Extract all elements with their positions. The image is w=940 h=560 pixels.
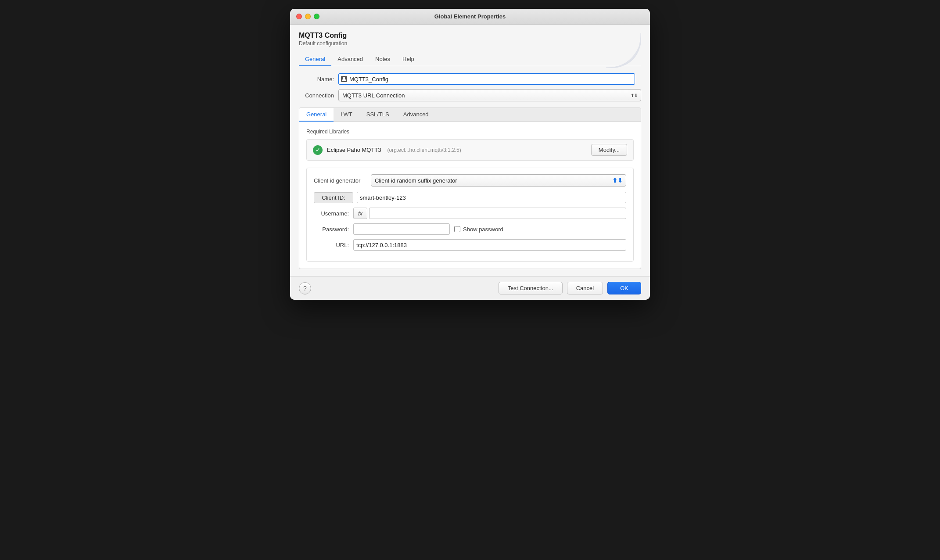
ok-button[interactable]: OK — [607, 282, 641, 294]
library-row: ✓ Eclipse Paho MQTT3 (org.ecl...ho.clien… — [306, 139, 634, 161]
help-button[interactable]: ? — [299, 282, 311, 294]
footer-right: Test Connection... Cancel OK — [499, 282, 641, 294]
client-id-generator-row: Client id generator Client id random suf… — [314, 174, 626, 187]
show-password-checkbox[interactable] — [454, 226, 460, 232]
inner-tab-advanced[interactable]: Advanced — [396, 108, 436, 122]
titlebar: Global Element Properties — [290, 9, 650, 25]
url-row: URL: — [314, 239, 626, 251]
config-subtitle: Default configuration — [299, 40, 347, 47]
library-name: Eclipse Paho MQTT3 — [327, 147, 381, 153]
svg-rect-1 — [343, 77, 345, 80]
username-row: Username: fx — [314, 208, 626, 219]
password-label: Password: — [314, 226, 353, 233]
name-label: Name: — [299, 76, 338, 83]
close-button[interactable] — [296, 14, 302, 19]
minimize-button[interactable] — [305, 14, 311, 19]
client-id-input[interactable] — [357, 192, 626, 203]
name-row: Name: — [299, 73, 641, 85]
show-password-area: Show password — [454, 226, 503, 233]
outer-tabs: General Advanced Notes Help — [299, 53, 641, 66]
footer-left: ? — [299, 282, 311, 294]
inner-tab-ssl-tls[interactable]: SSL/TLS — [359, 108, 396, 122]
username-label: Username: — [314, 210, 353, 217]
client-id-label: Client ID: — [314, 192, 353, 203]
name-input-wrapper — [338, 73, 635, 85]
test-connection-button[interactable]: Test Connection... — [499, 282, 563, 294]
dialog-footer: ? Test Connection... Cancel OK — [290, 276, 650, 300]
window-controls — [296, 14, 319, 19]
connection-label: Connection — [299, 92, 338, 99]
connection-select-wrapper: MQTT3 URL Connection ⬆⬇ — [338, 89, 641, 101]
tab-general[interactable]: General — [299, 53, 331, 66]
password-row: Password: Show password — [314, 223, 626, 235]
show-password-label[interactable]: Show password — [463, 226, 503, 233]
inner-tabs: General LWT SSL/TLS Advanced — [299, 108, 641, 122]
connection-select[interactable]: MQTT3 URL Connection — [338, 89, 641, 101]
dialog-window: Global Element Properties MQTT3 Config D… — [290, 9, 650, 300]
dialog-header: MQTT3 Config Default configuration — [299, 32, 641, 47]
client-id-row: Client ID: — [314, 192, 626, 203]
password-input[interactable] — [353, 223, 450, 235]
client-id-generator-label: Client id generator — [314, 177, 371, 184]
url-label: URL: — [314, 242, 353, 248]
name-input[interactable] — [338, 73, 635, 85]
config-section: Client id generator Client id random suf… — [306, 168, 634, 262]
inner-tab-general[interactable]: General — [299, 108, 334, 122]
header-decoration — [606, 33, 641, 68]
url-input[interactable] — [353, 239, 626, 251]
cancel-button[interactable]: Cancel — [567, 282, 603, 294]
inner-content: Required Libraries ✓ Eclipse Paho MQTT3 … — [299, 122, 641, 269]
client-id-generator-select-wrapper: Client id random suffix generator ⬆⬇ — [371, 174, 626, 187]
connection-row: Connection MQTT3 URL Connection ⬆⬇ — [299, 89, 641, 101]
maximize-button[interactable] — [314, 14, 319, 19]
library-artifact: (org.ecl...ho.client.mqttv3:1.2.5) — [387, 147, 461, 153]
client-id-generator-select[interactable]: Client id random suffix generator — [371, 174, 626, 187]
required-libraries-title: Required Libraries — [306, 129, 634, 135]
modify-button[interactable]: Modify... — [591, 144, 627, 156]
username-input[interactable] — [369, 208, 626, 219]
tab-help[interactable]: Help — [396, 53, 420, 66]
dialog-body: MQTT3 Config Default configuration Gener… — [290, 25, 650, 276]
header-left: MQTT3 Config Default configuration — [299, 32, 347, 47]
tab-advanced[interactable]: Advanced — [331, 53, 369, 66]
titlebar-title: Global Element Properties — [434, 13, 506, 20]
inner-panel: General LWT SSL/TLS Advanced Required Li… — [299, 108, 641, 269]
library-check-icon: ✓ — [313, 145, 323, 155]
tab-notes[interactable]: Notes — [369, 53, 396, 66]
fx-button[interactable]: fx — [353, 208, 367, 219]
config-title: MQTT3 Config — [299, 32, 347, 39]
name-input-icon — [341, 76, 347, 82]
inner-tab-lwt[interactable]: LWT — [334, 108, 359, 122]
